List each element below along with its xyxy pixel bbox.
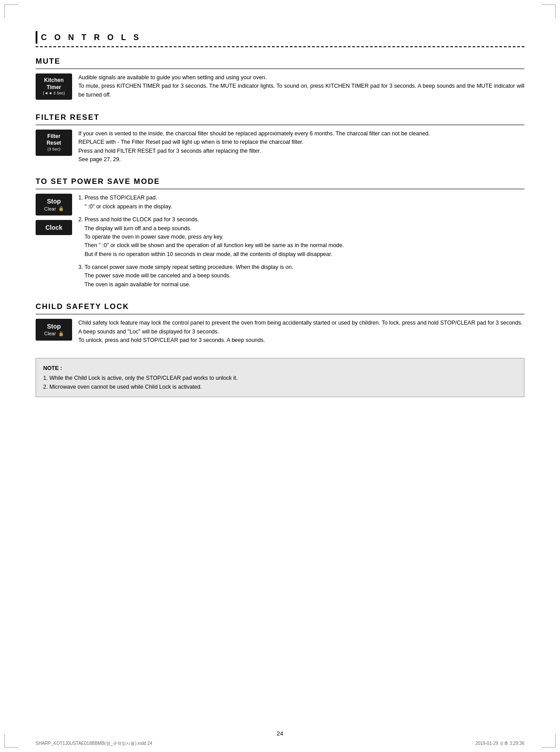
filter-reset-title: FILTER RESET [36,113,524,122]
filter-reset-line3: (3 Sec) [40,147,68,152]
child-safety-text: Child safety lock feature may lock the c… [78,319,524,345]
controls-title: C O N T R O L S [41,33,142,42]
ps-step1-text2: " :0" or clock appears in the display. [78,203,524,211]
mute-title: MUTE [36,57,524,66]
filter-reset-text: If your oven is vented to the inside, th… [78,130,524,164]
mute-divider [36,69,524,69]
clock-line1: Clock [40,224,68,232]
filter-reset-button[interactable]: Filter Reset (3 Sec) [36,130,72,156]
corner-tr [542,4,556,18]
stop-line1: Stop [47,197,61,205]
note-item-1: 1. While the Child Lock is active, only … [43,374,517,382]
clock-button[interactable]: Clock [36,220,72,235]
child-safety-content: Stop Clear 🔒 Child safety lock feature m… [36,319,524,345]
ps-step2: 2. Press and hold the CLOCK pad for 3 se… [78,215,524,259]
filter-reset-content: Filter Reset (3 Sec) If your oven is ven… [36,130,524,164]
child-safety-section: CHILD SAFETY LOCK Stop Clear 🔒 Child saf… [36,302,524,345]
note-box: NOTE : 1. While the Child Lock is active… [36,358,524,397]
power-save-content: Stop Clear 🔒 Clock 1. Press the STOP/CLE… [36,194,524,289]
stop-line2: Clear [44,206,56,212]
child-lock-icon: 🔒 [58,331,64,337]
filter-reset-line2: Reset [40,140,68,147]
footer-meta: SHARP_KOT1J0USTAE018BBMB(영_규격잉시용).indd 2… [36,740,524,747]
power-save-section: TO SET POWER SAVE MODE Stop Clear 🔒 Cloc… [36,177,524,289]
kitchen-timer-line1: Kitchen [40,77,68,84]
note-item-2: 2. Microwave oven cannot be used while C… [43,382,517,391]
mute-section: MUTE Kitchen Timer (◄◄ 3 Sec) Audible si… [36,57,524,100]
filter-reset-divider [36,125,524,125]
child-safety-title: CHILD SAFETY LOCK [36,302,524,311]
ps-step3-text: 3. To cancel power save mode simply repe… [78,263,524,289]
stop-lock-icon: 🔒 [58,206,64,211]
page-number: 24 [277,730,283,737]
power-save-divider [36,189,524,189]
filter-reset-line1: Filter [40,133,68,140]
corner-tl [4,4,18,18]
controls-heading: C O N T R O L S [36,31,524,44]
child-safety-divider [36,314,524,314]
page-container: C O N T R O L S MUTE Kitchen Timer (◄◄ 3… [0,0,560,752]
stop-clear-button-child[interactable]: Stop Clear 🔒 [36,319,72,340]
mute-content: Kitchen Timer (◄◄ 3 Sec) Audible signals… [36,73,524,100]
ps-step2-text: 2. Press and hold the CLOCK pad for 3 se… [78,215,524,259]
power-save-steps: 1. Press the STOP/CLEAR pad. " :0" or cl… [78,194,524,289]
controls-bar [36,31,37,44]
kitchen-timer-line3: (◄◄ 3 Sec) [40,91,68,96]
stop-clear-button-ps[interactable]: Stop Clear 🔒 [36,194,72,215]
ps-step1-text1: 1. Press the STOP/CLEAR pad. [78,194,524,202]
kitchen-timer-button[interactable]: Kitchen Timer (◄◄ 3 Sec) [36,73,72,100]
power-save-title: TO SET POWER SAVE MODE [36,177,524,186]
note-title: NOTE : [43,364,517,373]
kitchen-timer-line2: Timer [40,84,68,91]
footer-left: SHARP_KOT1J0USTAE018BBMB(영_규격잉시용).indd 2… [36,740,152,747]
controls-dashed-line [36,46,524,47]
page-footer: 24 [0,730,560,740]
child-stop-line1: Stop [47,322,61,330]
filter-reset-section: FILTER RESET Filter Reset (3 Sec) If you… [36,113,524,164]
power-save-btn-col: Stop Clear 🔒 Clock [36,194,72,235]
child-stop-line2: Clear [44,330,56,337]
mute-text: Audible signals are available to guide y… [78,73,524,99]
ps-step1: 1. Press the STOP/CLEAR pad. " :0" or cl… [78,194,524,211]
footer-right: 2019-01-29 오후 3:29:36 [475,740,524,747]
ps-step3: 3. To cancel power save mode simply repe… [78,263,524,289]
